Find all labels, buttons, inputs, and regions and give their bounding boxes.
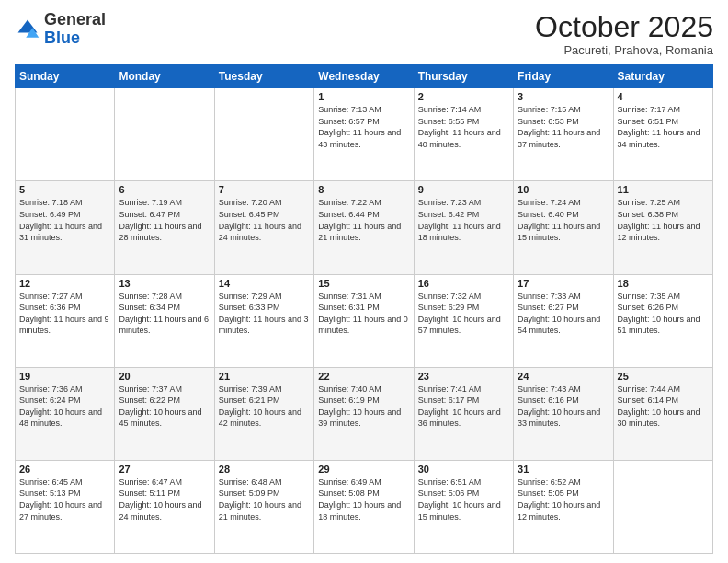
- col-monday: Monday: [115, 65, 214, 88]
- week-row-4: 26Sunrise: 6:45 AM Sunset: 5:13 PM Dayli…: [16, 460, 713, 553]
- col-wednesday: Wednesday: [314, 65, 414, 88]
- day-number: 18: [618, 278, 709, 289]
- day-number: 26: [19, 464, 110, 475]
- table-cell: 19Sunrise: 7:36 AM Sunset: 6:24 PM Dayli…: [16, 367, 115, 460]
- table-cell: 4Sunrise: 7:17 AM Sunset: 6:51 PM Daylig…: [613, 88, 712, 181]
- day-info: Sunrise: 7:27 AM Sunset: 6:36 PM Dayligh…: [19, 291, 110, 337]
- day-number: 13: [119, 278, 210, 289]
- day-number: 22: [318, 371, 409, 382]
- day-number: 21: [219, 371, 310, 382]
- calendar-table: Sunday Monday Tuesday Wednesday Thursday…: [15, 64, 713, 554]
- day-info: Sunrise: 7:39 AM Sunset: 6:21 PM Dayligh…: [219, 384, 310, 430]
- day-number: 1: [318, 91, 409, 102]
- day-info: Sunrise: 7:35 AM Sunset: 6:26 PM Dayligh…: [618, 291, 709, 337]
- table-cell: 9Sunrise: 7:23 AM Sunset: 6:42 PM Daylig…: [414, 181, 513, 274]
- day-number: 7: [219, 184, 310, 195]
- day-number: 19: [19, 371, 110, 382]
- table-cell: 26Sunrise: 6:45 AM Sunset: 5:13 PM Dayli…: [16, 460, 115, 553]
- day-number: 24: [518, 371, 609, 382]
- day-number: 20: [119, 371, 210, 382]
- col-friday: Friday: [514, 65, 613, 88]
- day-number: 6: [119, 184, 210, 195]
- header-right: October 2025 Pacureti, Prahova, Romania: [535, 11, 713, 57]
- location: Pacureti, Prahova, Romania: [535, 43, 713, 57]
- day-number: 17: [518, 278, 609, 289]
- day-info: Sunrise: 7:32 AM Sunset: 6:29 PM Dayligh…: [418, 291, 509, 337]
- table-cell: 13Sunrise: 7:28 AM Sunset: 6:34 PM Dayli…: [115, 274, 214, 367]
- table-cell: 3Sunrise: 7:15 AM Sunset: 6:53 PM Daylig…: [514, 88, 613, 181]
- week-row-0: 1Sunrise: 7:13 AM Sunset: 6:57 PM Daylig…: [16, 88, 713, 181]
- table-cell: 30Sunrise: 6:51 AM Sunset: 5:06 PM Dayli…: [414, 460, 513, 553]
- day-info: Sunrise: 7:28 AM Sunset: 6:34 PM Dayligh…: [119, 291, 210, 337]
- header: General Blue October 2025 Pacureti, Prah…: [15, 11, 713, 57]
- day-number: 4: [618, 91, 709, 102]
- day-info: Sunrise: 7:41 AM Sunset: 6:17 PM Dayligh…: [418, 384, 509, 430]
- logo-general: General: [44, 10, 106, 29]
- day-info: Sunrise: 7:37 AM Sunset: 6:22 PM Dayligh…: [119, 384, 210, 430]
- day-number: 31: [518, 464, 609, 475]
- day-number: 10: [518, 184, 609, 195]
- day-number: 29: [318, 464, 409, 475]
- table-cell: 28Sunrise: 6:48 AM Sunset: 5:09 PM Dayli…: [214, 460, 313, 553]
- table-cell: 22Sunrise: 7:40 AM Sunset: 6:19 PM Dayli…: [314, 367, 414, 460]
- table-cell: [115, 88, 214, 181]
- day-info: Sunrise: 7:44 AM Sunset: 6:14 PM Dayligh…: [618, 384, 709, 430]
- day-number: 9: [418, 184, 509, 195]
- table-cell: 10Sunrise: 7:24 AM Sunset: 6:40 PM Dayli…: [514, 181, 613, 274]
- table-cell: 12Sunrise: 7:27 AM Sunset: 6:36 PM Dayli…: [16, 274, 115, 367]
- table-cell: 1Sunrise: 7:13 AM Sunset: 6:57 PM Daylig…: [314, 88, 414, 181]
- day-info: Sunrise: 7:24 AM Sunset: 6:40 PM Dayligh…: [518, 197, 609, 243]
- day-info: Sunrise: 7:25 AM Sunset: 6:38 PM Dayligh…: [618, 197, 709, 243]
- day-info: Sunrise: 7:31 AM Sunset: 6:31 PM Dayligh…: [318, 291, 409, 337]
- day-info: Sunrise: 7:40 AM Sunset: 6:19 PM Dayligh…: [318, 384, 409, 430]
- table-cell: 29Sunrise: 6:49 AM Sunset: 5:08 PM Dayli…: [314, 460, 414, 553]
- table-cell: 14Sunrise: 7:29 AM Sunset: 6:33 PM Dayli…: [214, 274, 313, 367]
- day-info: Sunrise: 7:17 AM Sunset: 6:51 PM Dayligh…: [618, 104, 709, 150]
- day-number: 28: [219, 464, 310, 475]
- day-info: Sunrise: 6:51 AM Sunset: 5:06 PM Dayligh…: [418, 477, 509, 523]
- day-info: Sunrise: 6:48 AM Sunset: 5:09 PM Dayligh…: [219, 477, 310, 523]
- table-cell: 7Sunrise: 7:20 AM Sunset: 6:45 PM Daylig…: [214, 181, 313, 274]
- month-title: October 2025: [535, 11, 713, 43]
- table-cell: 8Sunrise: 7:22 AM Sunset: 6:44 PM Daylig…: [314, 181, 414, 274]
- week-row-3: 19Sunrise: 7:36 AM Sunset: 6:24 PM Dayli…: [16, 367, 713, 460]
- col-tuesday: Tuesday: [214, 65, 313, 88]
- day-number: 8: [318, 184, 409, 195]
- day-number: 14: [219, 278, 310, 289]
- day-number: 16: [418, 278, 509, 289]
- day-number: 23: [418, 371, 509, 382]
- day-info: Sunrise: 7:23 AM Sunset: 6:42 PM Dayligh…: [418, 197, 509, 243]
- day-number: 2: [418, 91, 509, 102]
- day-info: Sunrise: 7:15 AM Sunset: 6:53 PM Dayligh…: [518, 104, 609, 150]
- col-saturday: Saturday: [613, 65, 712, 88]
- table-cell: 31Sunrise: 6:52 AM Sunset: 5:05 PM Dayli…: [514, 460, 613, 553]
- day-info: Sunrise: 7:14 AM Sunset: 6:55 PM Dayligh…: [418, 104, 509, 150]
- day-info: Sunrise: 7:19 AM Sunset: 6:47 PM Dayligh…: [119, 197, 210, 243]
- logo-blue: Blue: [44, 29, 80, 47]
- table-cell: [16, 88, 115, 181]
- table-cell: 2Sunrise: 7:14 AM Sunset: 6:55 PM Daylig…: [414, 88, 513, 181]
- logo: General Blue: [15, 11, 106, 48]
- table-cell: 15Sunrise: 7:31 AM Sunset: 6:31 PM Dayli…: [314, 274, 414, 367]
- table-cell: 17Sunrise: 7:33 AM Sunset: 6:27 PM Dayli…: [514, 274, 613, 367]
- week-row-1: 5Sunrise: 7:18 AM Sunset: 6:49 PM Daylig…: [16, 181, 713, 274]
- table-cell: 21Sunrise: 7:39 AM Sunset: 6:21 PM Dayli…: [214, 367, 313, 460]
- table-cell: [613, 460, 712, 553]
- day-number: 30: [418, 464, 509, 475]
- col-thursday: Thursday: [414, 65, 513, 88]
- day-info: Sunrise: 6:45 AM Sunset: 5:13 PM Dayligh…: [19, 477, 110, 523]
- table-cell: 11Sunrise: 7:25 AM Sunset: 6:38 PM Dayli…: [613, 181, 712, 274]
- day-info: Sunrise: 7:29 AM Sunset: 6:33 PM Dayligh…: [219, 291, 310, 337]
- day-number: 15: [318, 278, 409, 289]
- calendar-header-row: Sunday Monday Tuesday Wednesday Thursday…: [16, 65, 713, 88]
- day-number: 25: [618, 371, 709, 382]
- day-number: 3: [518, 91, 609, 102]
- col-sunday: Sunday: [16, 65, 115, 88]
- day-number: 12: [19, 278, 110, 289]
- day-info: Sunrise: 6:49 AM Sunset: 5:08 PM Dayligh…: [318, 477, 409, 523]
- day-info: Sunrise: 7:43 AM Sunset: 6:16 PM Dayligh…: [518, 384, 609, 430]
- day-info: Sunrise: 6:52 AM Sunset: 5:05 PM Dayligh…: [518, 477, 609, 523]
- day-info: Sunrise: 7:36 AM Sunset: 6:24 PM Dayligh…: [19, 384, 110, 430]
- day-number: 27: [119, 464, 210, 475]
- table-cell: 27Sunrise: 6:47 AM Sunset: 5:11 PM Dayli…: [115, 460, 214, 553]
